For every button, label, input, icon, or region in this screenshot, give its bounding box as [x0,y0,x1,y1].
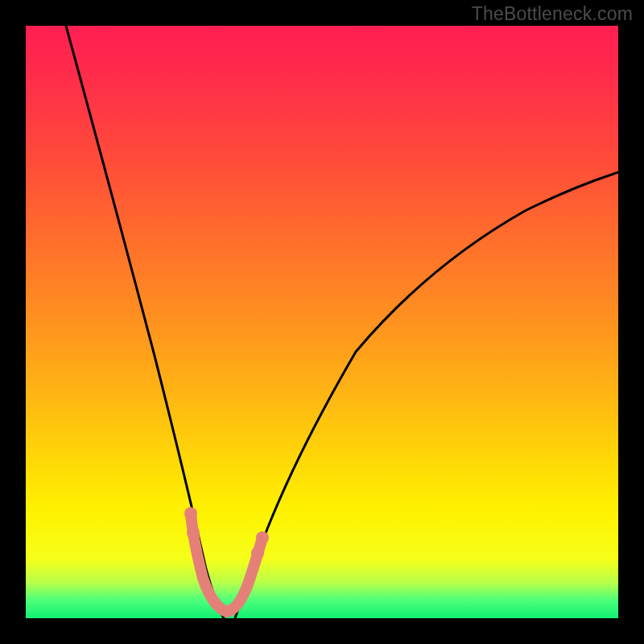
left-curve [66,26,224,618]
chart-frame: TheBottleneck.com [0,0,644,644]
marker-dot [256,531,269,544]
watermark-text: TheBottleneck.com [472,3,633,25]
marker-dot [187,526,200,539]
curve-layer [26,26,618,618]
right-curve [235,172,618,618]
plot-area [26,26,618,618]
marker-dot [184,507,197,520]
marker-dot [251,547,264,559]
u-marker-stroke [191,514,262,612]
